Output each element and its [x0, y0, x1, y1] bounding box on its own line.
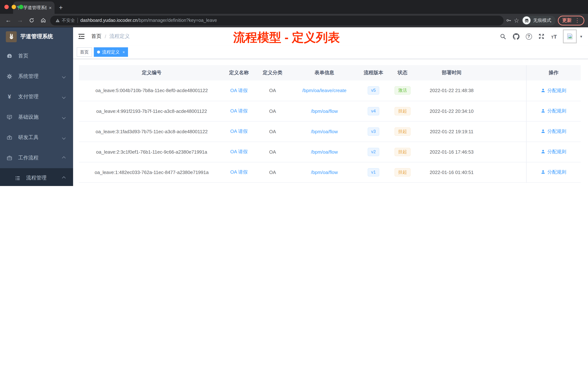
home-button[interactable] [39, 16, 48, 25]
sidebar-item-label: 支付管理 [18, 94, 39, 100]
sidebar: 芋道管理系统 首页 系统管理 ¥ 支付管理 [0, 27, 73, 186]
definition-id: oa_leave:5:004b710b-7b8a-11ec-8ef0-acde4… [79, 80, 224, 101]
address-bar[interactable]: 不安全 dashboard.yudao.iocoder.cn/bpm/manag… [50, 15, 504, 25]
form-link[interactable]: /bpm/oa/flow [311, 129, 338, 134]
gear-icon [7, 74, 12, 79]
form-link[interactable]: /bpm/oa/flow [311, 169, 338, 175]
assign-rule-button[interactable]: 分配规则 [541, 108, 566, 114]
github-icon[interactable] [513, 33, 519, 40]
maximize-window-button[interactable] [19, 5, 23, 9]
help-icon[interactable]: ? [526, 33, 532, 40]
version-badge: v5 [368, 87, 379, 95]
col-actions: 操作 [526, 65, 581, 80]
minimize-window-button[interactable] [12, 5, 16, 9]
col-spacer [488, 65, 526, 80]
sidebar-item-infra[interactable]: 基础设施 [0, 107, 73, 127]
form-link[interactable]: /bpm/oa/flow [311, 108, 338, 114]
update-button[interactable]: 更新 ⋮ [558, 15, 584, 25]
incognito-label: 无痕模式 [533, 17, 551, 23]
sidebar-item-process-management[interactable]: 流程管理 [0, 168, 73, 186]
page-content: 定义编号 定义名称 定义分类 表单信息 流程版本 状态 部署时间 操作 [73, 59, 588, 186]
close-tab-icon[interactable]: × [49, 5, 52, 10]
definition-id: oa_leave:1:482ec033-762a-11ec-8477-a2380… [79, 162, 224, 182]
tags-view: 首页 流程定义 × [73, 45, 588, 59]
tab-title: 芋道管理系统 [23, 5, 47, 11]
definition-name-link[interactable]: OA 请假 [230, 88, 247, 93]
table-row: oa_leave:1:482ec033-762a-11ec-8477-a2380… [79, 162, 581, 182]
back-button[interactable]: ← [4, 16, 13, 25]
search-icon[interactable] [499, 33, 506, 40]
sidebar-item-label: 系统管理 [18, 73, 39, 80]
avatar-caret-icon[interactable]: ▾ [580, 34, 582, 39]
font-size-icon[interactable]: TT [551, 33, 557, 40]
spacer-cell [488, 80, 526, 101]
security-status[interactable]: 不安全 [55, 17, 75, 23]
col-form-info: 表单信息 [292, 65, 357, 80]
sidebar-item-payment[interactable]: ¥ 支付管理 [0, 87, 73, 107]
sidebar-item-label: 首页 [18, 53, 28, 59]
sidebar-item-system[interactable]: 系统管理 [0, 66, 73, 87]
close-tag-icon[interactable]: × [123, 50, 125, 54]
sidebar-item-home[interactable]: 首页 [0, 46, 73, 66]
definition-name-link[interactable]: OA 请假 [230, 169, 247, 175]
definition-id: oa_leave:3:1fad3d93-7b75-11ec-a3c8-acde4… [79, 121, 224, 142]
deploy-time: 2022-01-16 17:46:53 [415, 142, 488, 162]
col-definition-category: 定义分类 [253, 65, 292, 80]
form-link[interactable]: /bpm/oa/flow [311, 149, 338, 154]
forward-button[interactable]: → [15, 16, 25, 25]
assign-rule-button[interactable]: 分配规则 [541, 149, 566, 155]
deploy-time: 2022-01-16 01:40:51 [415, 162, 488, 182]
sidebar-item-devtools[interactable]: 研发工具 [0, 127, 73, 148]
definition-name-link[interactable]: OA 请假 [230, 129, 247, 134]
chevron-down-icon [62, 115, 66, 119]
assign-rule-button[interactable]: 分配规则 [541, 87, 566, 94]
reload-icon [29, 17, 34, 23]
status-badge: 挂起 [395, 107, 410, 115]
definition-name-link[interactable]: OA 请假 [230, 149, 247, 154]
version-badge: v2 [368, 148, 379, 156]
user-icon [541, 149, 546, 154]
brand-logo [6, 31, 17, 42]
definition-category: OA [253, 101, 292, 121]
monitor-icon [7, 114, 12, 120]
top-navbar: 首页 / 流程定义 流程模型 - 定义列表 ? TT [73, 27, 588, 45]
definition-category: OA [253, 162, 292, 182]
sidebar-item-workflow[interactable]: 工作流程 [0, 148, 73, 168]
assign-rule-button[interactable]: 分配规则 [541, 128, 566, 135]
window-controls[interactable] [4, 5, 23, 9]
spacer-cell [488, 101, 526, 121]
fullscreen-icon[interactable] [538, 33, 545, 40]
col-definition-id: 定义编号 [79, 65, 224, 80]
sidebar-item-label: 基础设施 [18, 114, 39, 120]
tag-process-definition[interactable]: 流程定义 × [94, 47, 128, 57]
table-header-row: 定义编号 定义名称 定义分类 表单信息 流程版本 状态 部署时间 操作 [79, 65, 581, 80]
reload-button[interactable] [27, 16, 36, 25]
hamburger-icon [77, 33, 85, 40]
status-badge: 挂起 [395, 127, 410, 136]
bookmark-star-icon[interactable]: ☆ [514, 17, 519, 24]
password-key-icon[interactable] [506, 17, 512, 23]
definition-id: oa_leave:2:3c1f0ef1-76b1-11ec-9c66-a2380… [79, 142, 224, 162]
yen-icon: ¥ [7, 94, 12, 100]
close-window-button[interactable] [4, 5, 9, 9]
dashboard-icon [7, 53, 12, 59]
breadcrumb-home[interactable]: 首页 [91, 33, 101, 40]
definition-id: oa_leave:4:991f2193-7b7f-11ec-a3c8-acde4… [79, 101, 224, 121]
assign-rule-button[interactable]: 分配规则 [541, 169, 566, 175]
form-link[interactable]: /bpm/oa/leave/create [302, 88, 346, 93]
active-tag-dot [97, 51, 100, 54]
collapse-sidebar-button[interactable] [77, 33, 85, 40]
definition-name-link[interactable]: OA 请假 [230, 108, 247, 114]
navbar-actions: ? TT ▾ [499, 30, 582, 43]
url-text[interactable]: dashboard.yudao.iocoder.cn/bpm/manager/d… [80, 18, 217, 23]
new-tab-button[interactable]: + [59, 4, 63, 12]
home-icon [40, 17, 46, 23]
avatar[interactable] [563, 30, 577, 43]
chevron-up-icon [62, 156, 66, 160]
status-badge: 挂起 [395, 148, 410, 156]
brand-title: 芋道管理系统 [20, 33, 53, 40]
browser-menu-icon[interactable]: ⋮ [575, 17, 580, 24]
chevron-down-icon [62, 95, 66, 99]
tag-home[interactable]: 首页 [77, 47, 92, 57]
col-process-version: 流程版本 [357, 65, 390, 80]
